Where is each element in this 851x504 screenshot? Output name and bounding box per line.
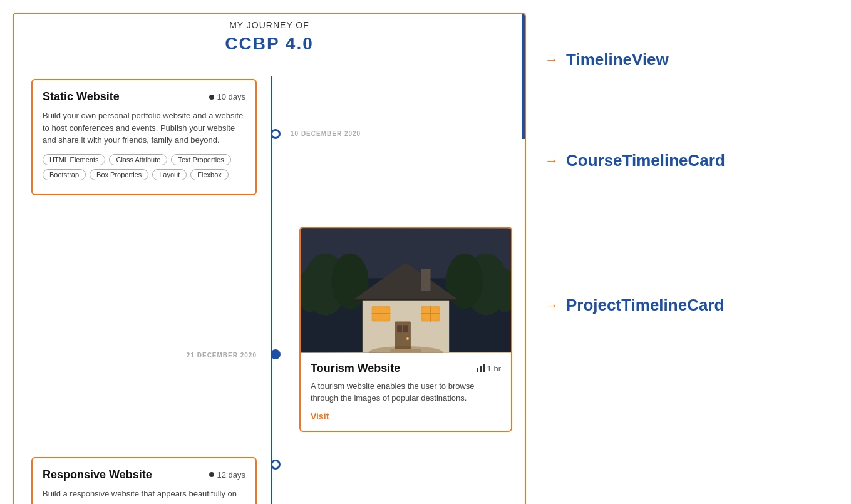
course-title-1: Static Website	[43, 90, 120, 103]
svg-rect-11	[421, 269, 431, 291]
timeline-view-label: TimelineView	[566, 50, 669, 69]
svg-point-24	[372, 306, 391, 321]
course-description-1: Build your own personal portfolio websit…	[43, 110, 245, 147]
timeline-dot-2	[271, 349, 281, 359]
course-card-label-row: → CourseTimelineCard	[545, 151, 725, 170]
course-timeline-card-1: Static Website 10 days Build your own pe…	[31, 79, 257, 195]
timeline-view-label-row: → TimelineView	[545, 50, 725, 69]
tag-html-elements: HTML Elements	[43, 154, 105, 165]
project-date: 21 DECEMBER 2020	[187, 352, 257, 359]
svg-rect-19	[397, 325, 402, 332]
labels-panel: → TimelineView → CourseTimelineCard → Pr…	[526, 13, 725, 495]
course-duration-1: 10 days	[209, 92, 245, 101]
project-card-label-row: → ProjectTimelineCard	[545, 296, 725, 315]
house-illustration	[301, 228, 511, 353]
svg-point-21	[406, 337, 409, 340]
tag-class-attribute: Class Attribute	[109, 154, 167, 165]
course-description-2: Build a responsive website that appears …	[43, 488, 245, 500]
journey-subtitle: MY JOURNEY OF	[14, 20, 525, 30]
tags-row-1: HTML Elements Class Attribute Text Prope…	[43, 154, 245, 165]
timeline-dot-1	[271, 129, 281, 139]
tag-box-properties: Box Properties	[90, 169, 148, 180]
duration-bar-icon	[477, 364, 485, 372]
project-timeline-card: Tourism Website 1 hr	[299, 227, 512, 432]
svg-point-6	[446, 253, 483, 309]
duration-dot-icon-2	[209, 472, 214, 477]
timeline-view: MY JOURNEY OF CCBP 4.0 Static Website	[13, 13, 526, 504]
svg-rect-20	[403, 325, 408, 332]
timeline-dot-3	[271, 460, 281, 470]
project-description: A tourism website enables the user to br…	[311, 380, 501, 404]
project-card-body: Tourism Website 1 hr	[301, 353, 511, 431]
tag-layout: Layout	[152, 169, 187, 180]
tag-flexbox: Flexbox	[190, 169, 229, 180]
tags-row-2: Bootstrap Box Properties Layout Flexbox	[43, 169, 245, 180]
journey-title: CCBP 4.0	[14, 34, 525, 54]
course-card-label: CourseTimelineCard	[566, 151, 725, 170]
project-card-arrow: →	[545, 297, 559, 314]
timeline-vertical-line	[271, 76, 272, 504]
project-duration: 1 hr	[477, 364, 501, 373]
project-title: Tourism Website	[311, 362, 400, 375]
duration-dot-icon	[209, 95, 214, 100]
timeline-header: MY JOURNEY OF CCBP 4.0	[14, 14, 525, 66]
tag-text-properties: Text Properties	[171, 154, 230, 165]
svg-point-25	[421, 306, 440, 321]
course-title-2: Responsive Website	[43, 468, 152, 481]
project-image	[301, 228, 511, 353]
course-card-arrow: →	[545, 153, 559, 169]
course-timeline-card-2: Responsive Website 12 days Build a respo…	[31, 457, 257, 505]
course-date-1: 10 DECEMBER 2020	[281, 130, 361, 137]
course-duration-2: 12 days	[209, 470, 245, 480]
timeline-view-arrow: →	[545, 52, 559, 68]
tag-bootstrap: Bootstrap	[43, 169, 86, 180]
visit-link[interactable]: Visit	[311, 411, 329, 421]
project-card-label: ProjectTimelineCard	[566, 296, 724, 315]
